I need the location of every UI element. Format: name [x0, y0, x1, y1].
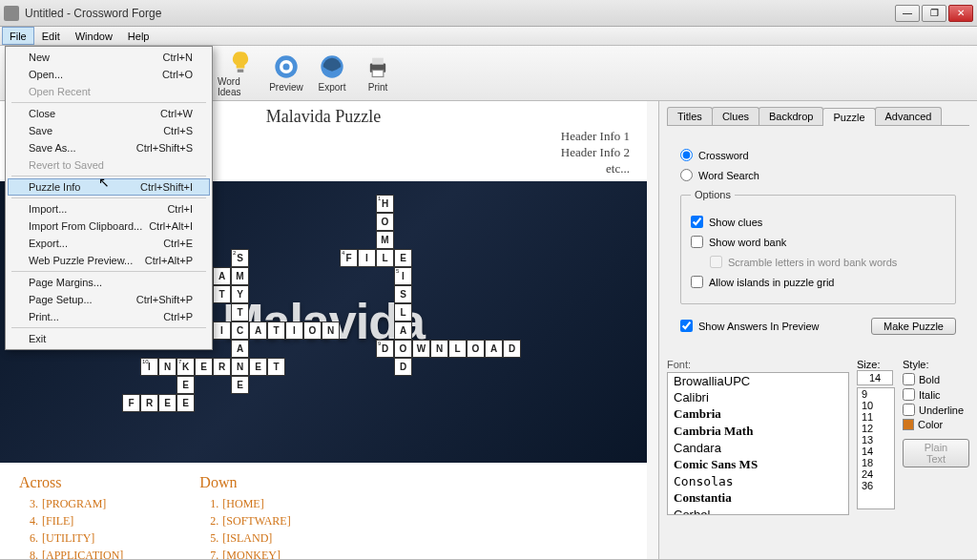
grid-cell[interactable]: E	[231, 376, 249, 394]
underline-check[interactable]: Underline	[903, 404, 969, 416]
grid-cell[interactable]: D	[394, 358, 412, 376]
clue-item[interactable]: 3.[PROGRAM]	[19, 495, 123, 512]
grid-cell[interactable]: S	[394, 285, 412, 303]
grid-cell[interactable]: N	[158, 358, 177, 376]
grid-cell[interactable]: O	[394, 340, 412, 358]
grid-cell[interactable]: E	[394, 249, 412, 267]
preview-button[interactable]: Preview	[263, 50, 309, 97]
grid-cell[interactable]: M	[231, 267, 249, 285]
export-button[interactable]: Export	[309, 50, 355, 97]
clue-item[interactable]: 4.[FILE]	[19, 512, 123, 529]
show-clues-check[interactable]: Show clues	[691, 216, 946, 228]
grid-cell[interactable]: L	[448, 340, 467, 358]
clue-item[interactable]: 1.[HOME]	[199, 495, 290, 512]
size-list[interactable]: 91011121314182436	[857, 387, 895, 509]
clue-item[interactable]: 7.[MONKEY]	[199, 547, 290, 559]
grid-cell[interactable]: I	[213, 321, 231, 340]
grid-cell[interactable]: L	[376, 249, 394, 267]
menu-item-close[interactable]: CloseCtrl+W	[8, 105, 210, 122]
font-option[interactable]: Candara	[668, 440, 848, 456]
grid-cell[interactable]: A	[213, 267, 231, 285]
menu-item-print-[interactable]: Print...Ctrl+P	[8, 308, 210, 325]
menu-item-import-from-clipboard-[interactable]: Import From Clipboard...Ctrl+Alt+I	[8, 218, 210, 235]
size-input[interactable]	[857, 370, 893, 385]
font-option[interactable]: Comic Sans MS	[668, 456, 848, 473]
grid-cell[interactable]: E	[158, 394, 177, 412]
minimize-button[interactable]: —	[895, 5, 920, 22]
menu-item-export-[interactable]: Export...Ctrl+E	[8, 235, 210, 252]
grid-cell[interactable]: R	[213, 358, 231, 376]
menu-item-import-[interactable]: Import...Ctrl+I	[8, 200, 210, 218]
show-bank-check[interactable]: Show word bank	[691, 236, 946, 248]
make-puzzle-button[interactable]: Make Puzzle	[871, 318, 956, 335]
grid-cell[interactable]: O	[376, 213, 394, 231]
font-option[interactable]: Cambria	[668, 405, 848, 423]
color-check[interactable]: Color	[903, 419, 969, 430]
clue-item[interactable]: 6.[UTILITY]	[19, 529, 123, 547]
size-option[interactable]: 18	[858, 457, 894, 468]
tab-titles[interactable]: Titles	[667, 107, 713, 125]
grid-cell[interactable]: I5	[394, 267, 412, 285]
grid-cell[interactable]: E	[177, 394, 195, 412]
show-answers-check[interactable]: Show Answers In Preview	[680, 320, 820, 332]
grid-cell[interactable]: C	[231, 321, 249, 340]
grid-cell[interactable]: I10	[140, 358, 158, 376]
font-option[interactable]: Constantia	[668, 489, 848, 507]
size-option[interactable]: 9	[858, 388, 894, 400]
grid-cell[interactable]: Y	[231, 285, 249, 303]
grid-cell[interactable]: T	[267, 358, 285, 376]
bold-check[interactable]: Bold	[903, 373, 969, 385]
grid-cell[interactable]: R	[140, 394, 158, 412]
size-option[interactable]: 14	[858, 446, 894, 457]
grid-cell[interactable]: N	[322, 321, 340, 340]
type-wordsearch-radio[interactable]: Word Search	[680, 169, 956, 181]
menu-item-new[interactable]: NewCtrl+N	[8, 49, 210, 66]
menu-item-save-as-[interactable]: Save As...Ctrl+Shift+S	[8, 139, 210, 156]
italic-check[interactable]: Italic	[903, 388, 969, 401]
clue-item[interactable]: 8.[APPLICATION]	[19, 547, 123, 559]
menu-help[interactable]: Help	[120, 27, 157, 45]
tab-puzzle[interactable]: Puzzle	[822, 108, 875, 126]
size-option[interactable]: 36	[858, 480, 894, 491]
type-crossword-radio[interactable]: Crossword	[680, 149, 956, 161]
tab-clues[interactable]: Clues	[712, 107, 759, 125]
tab-advanced[interactable]: Advanced	[875, 107, 943, 125]
size-option[interactable]: 24	[858, 468, 894, 480]
font-option[interactable]: Calibri	[668, 389, 848, 405]
color-swatch[interactable]	[903, 419, 914, 430]
font-option[interactable]: BrowalliaUPC	[668, 373, 848, 389]
grid-cell[interactable]: A	[394, 321, 412, 340]
grid-cell[interactable]: E	[177, 376, 195, 394]
grid-cell[interactable]: M	[376, 231, 394, 249]
menu-item-open-[interactable]: Open...Ctrl+O	[8, 66, 210, 83]
menu-item-exit[interactable]: Exit	[8, 330, 210, 347]
grid-cell[interactable]: T	[231, 303, 249, 321]
size-option[interactable]: 12	[858, 423, 894, 434]
font-option[interactable]: Corbel	[668, 507, 848, 515]
menu-edit[interactable]: Edit	[34, 27, 68, 45]
grid-cell[interactable]: A	[485, 340, 503, 358]
font-option[interactable]: Cambria Math	[668, 423, 848, 440]
grid-cell[interactable]: O	[303, 321, 322, 340]
grid-cell[interactable]: O	[467, 340, 485, 358]
print-button[interactable]: Print	[355, 50, 401, 97]
tab-backdrop[interactable]: Backdrop	[759, 107, 823, 125]
size-option[interactable]: 10	[858, 400, 894, 411]
grid-cell[interactable]: S2	[231, 249, 249, 267]
clue-item[interactable]: 5.[ISLAND]	[199, 529, 290, 547]
grid-cell[interactable]: E	[249, 358, 267, 376]
grid-cell[interactable]: I	[285, 321, 303, 340]
islands-check[interactable]: Allow islands in puzzle grid	[691, 276, 946, 288]
grid-cell[interactable]: D	[503, 340, 521, 358]
menu-item-page-margins-[interactable]: Page Margins...	[8, 274, 210, 291]
font-option[interactable]: Consolas	[668, 473, 848, 489]
grid-cell[interactable]: K7	[177, 358, 195, 376]
grid-cell[interactable]: L	[394, 303, 412, 321]
grid-cell[interactable]: E	[195, 358, 213, 376]
grid-cell[interactable]: A	[231, 340, 249, 358]
menu-window[interactable]: Window	[68, 27, 120, 45]
menu-item-web-puzzle-preview-[interactable]: Web Puzzle Preview...Ctrl+Alt+P	[8, 252, 210, 269]
word-ideas-button[interactable]: Word Ideas	[218, 50, 263, 97]
grid-cell[interactable]: F4	[340, 249, 358, 267]
size-option[interactable]: 13	[858, 434, 894, 446]
